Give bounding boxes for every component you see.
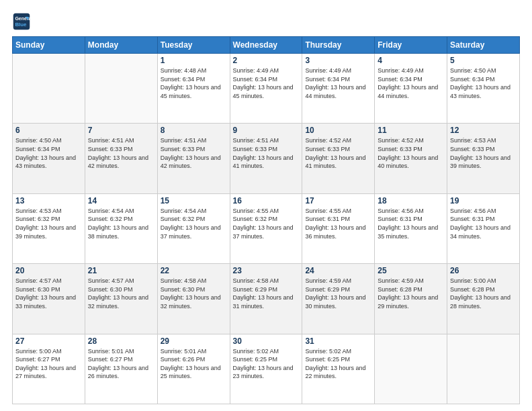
calendar-cell: 1Sunrise: 4:48 AM Sunset: 6:34 PM Daylig…: [157, 54, 230, 124]
day-info: Sunrise: 4:54 AM Sunset: 6:32 PM Dayligh…: [161, 207, 227, 240]
day-number: 28: [88, 336, 154, 346]
week-row-1: 1Sunrise: 4:48 AM Sunset: 6:34 PM Daylig…: [13, 54, 520, 124]
calendar-cell: 16Sunrise: 4:55 AM Sunset: 6:32 PM Dayli…: [230, 193, 302, 263]
calendar-cell: [85, 54, 157, 124]
calendar-cell: 8Sunrise: 4:51 AM Sunset: 6:33 PM Daylig…: [157, 124, 230, 193]
day-number: 20: [15, 266, 82, 275]
weekday-header-row: SundayMondayTuesdayWednesdayThursdayFrid…: [13, 37, 520, 54]
page: General Blue SundayMondayTuesdayWednesda…: [0, 0, 532, 411]
day-info: Sunrise: 4:57 AM Sunset: 6:30 PM Dayligh…: [88, 277, 154, 310]
day-number: 10: [305, 126, 371, 135]
day-info: Sunrise: 4:57 AM Sunset: 6:30 PM Dayligh…: [15, 277, 82, 310]
calendar-cell: 7Sunrise: 4:51 AM Sunset: 6:33 PM Daylig…: [85, 124, 157, 193]
week-row-2: 6Sunrise: 4:50 AM Sunset: 6:34 PM Daylig…: [13, 124, 520, 193]
logo-icon: General Blue: [12, 12, 31, 31]
day-number: 18: [378, 196, 444, 205]
day-number: 25: [378, 266, 444, 275]
calendar-table: SundayMondayTuesdayWednesdayThursdayFrid…: [12, 36, 520, 404]
day-info: Sunrise: 4:49 AM Sunset: 6:34 PM Dayligh…: [305, 66, 371, 100]
calendar-cell: 22Sunrise: 4:58 AM Sunset: 6:30 PM Dayli…: [157, 264, 230, 334]
weekday-header-thursday: Thursday: [302, 37, 375, 54]
day-info: Sunrise: 4:49 AM Sunset: 6:34 PM Dayligh…: [233, 66, 300, 100]
day-number: 2: [233, 56, 300, 65]
day-info: Sunrise: 4:55 AM Sunset: 6:31 PM Dayligh…: [305, 207, 371, 240]
calendar-cell: 20Sunrise: 4:57 AM Sunset: 6:30 PM Dayli…: [13, 264, 85, 334]
calendar-cell: [13, 54, 85, 124]
day-info: Sunrise: 4:58 AM Sunset: 6:29 PM Dayligh…: [233, 277, 300, 310]
calendar-cell: 26Sunrise: 5:00 AM Sunset: 6:28 PM Dayli…: [447, 264, 520, 334]
logo: General Blue: [12, 12, 34, 31]
calendar-cell: [375, 334, 447, 404]
day-info: Sunrise: 4:56 AM Sunset: 6:31 PM Dayligh…: [450, 207, 517, 240]
calendar-cell: [447, 334, 520, 404]
day-number: 3: [305, 56, 371, 65]
day-info: Sunrise: 4:53 AM Sunset: 6:33 PM Dayligh…: [450, 136, 517, 170]
calendar-cell: 21Sunrise: 4:57 AM Sunset: 6:30 PM Dayli…: [85, 264, 157, 334]
day-info: Sunrise: 4:52 AM Sunset: 6:33 PM Dayligh…: [378, 136, 444, 170]
day-number: 16: [233, 196, 300, 205]
day-info: Sunrise: 4:54 AM Sunset: 6:32 PM Dayligh…: [88, 207, 154, 240]
day-number: 23: [233, 266, 300, 275]
day-number: 13: [15, 196, 82, 205]
weekday-header-sunday: Sunday: [13, 37, 85, 54]
day-info: Sunrise: 4:50 AM Sunset: 6:34 PM Dayligh…: [450, 66, 517, 100]
calendar-cell: 14Sunrise: 4:54 AM Sunset: 6:32 PM Dayli…: [85, 193, 157, 263]
calendar-cell: 17Sunrise: 4:55 AM Sunset: 6:31 PM Dayli…: [302, 193, 375, 263]
day-number: 6: [15, 126, 82, 135]
week-row-3: 13Sunrise: 4:53 AM Sunset: 6:32 PM Dayli…: [13, 193, 520, 263]
day-number: 7: [88, 126, 154, 135]
day-info: Sunrise: 4:52 AM Sunset: 6:33 PM Dayligh…: [305, 136, 371, 170]
day-number: 19: [450, 196, 517, 205]
day-info: Sunrise: 4:59 AM Sunset: 6:29 PM Dayligh…: [305, 277, 371, 310]
day-info: Sunrise: 4:49 AM Sunset: 6:34 PM Dayligh…: [378, 66, 444, 100]
day-info: Sunrise: 5:01 AM Sunset: 6:26 PM Dayligh…: [161, 347, 227, 381]
calendar-cell: 9Sunrise: 4:51 AM Sunset: 6:33 PM Daylig…: [230, 124, 302, 193]
weekday-header-tuesday: Tuesday: [157, 37, 230, 54]
day-number: 9: [233, 126, 300, 135]
calendar-cell: 5Sunrise: 4:50 AM Sunset: 6:34 PM Daylig…: [447, 54, 520, 124]
calendar-cell: 19Sunrise: 4:56 AM Sunset: 6:31 PM Dayli…: [447, 193, 520, 263]
calendar-cell: 18Sunrise: 4:56 AM Sunset: 6:31 PM Dayli…: [375, 193, 447, 263]
calendar-cell: 29Sunrise: 5:01 AM Sunset: 6:26 PM Dayli…: [157, 334, 230, 404]
day-number: 29: [161, 336, 227, 346]
day-info: Sunrise: 5:01 AM Sunset: 6:27 PM Dayligh…: [88, 347, 154, 381]
day-info: Sunrise: 5:00 AM Sunset: 6:28 PM Dayligh…: [450, 277, 517, 310]
calendar-cell: 25Sunrise: 4:59 AM Sunset: 6:28 PM Dayli…: [375, 264, 447, 334]
calendar-cell: 13Sunrise: 4:53 AM Sunset: 6:32 PM Dayli…: [13, 193, 85, 263]
calendar-cell: 24Sunrise: 4:59 AM Sunset: 6:29 PM Dayli…: [302, 264, 375, 334]
svg-text:Blue: Blue: [15, 21, 27, 28]
weekday-header-friday: Friday: [375, 37, 447, 54]
calendar-cell: 3Sunrise: 4:49 AM Sunset: 6:34 PM Daylig…: [302, 54, 375, 124]
calendar-cell: 27Sunrise: 5:00 AM Sunset: 6:27 PM Dayli…: [13, 334, 85, 404]
calendar-cell: 31Sunrise: 5:02 AM Sunset: 6:25 PM Dayli…: [302, 334, 375, 404]
day-number: 27: [15, 336, 82, 346]
day-info: Sunrise: 4:53 AM Sunset: 6:32 PM Dayligh…: [15, 207, 82, 240]
calendar-cell: 10Sunrise: 4:52 AM Sunset: 6:33 PM Dayli…: [302, 124, 375, 193]
day-number: 12: [450, 126, 517, 135]
day-number: 21: [88, 266, 154, 275]
day-number: 22: [161, 266, 227, 275]
calendar-cell: 15Sunrise: 4:54 AM Sunset: 6:32 PM Dayli…: [157, 193, 230, 263]
day-info: Sunrise: 4:59 AM Sunset: 6:28 PM Dayligh…: [378, 277, 444, 310]
day-number: 15: [161, 196, 227, 205]
weekday-header-monday: Monday: [85, 37, 157, 54]
calendar-cell: 28Sunrise: 5:01 AM Sunset: 6:27 PM Dayli…: [85, 334, 157, 404]
day-number: 8: [161, 126, 227, 135]
day-info: Sunrise: 4:55 AM Sunset: 6:32 PM Dayligh…: [233, 207, 300, 240]
day-number: 11: [378, 126, 444, 135]
day-info: Sunrise: 4:50 AM Sunset: 6:34 PM Dayligh…: [15, 136, 82, 170]
day-number: 26: [450, 266, 517, 275]
day-number: 17: [305, 196, 371, 205]
day-info: Sunrise: 5:00 AM Sunset: 6:27 PM Dayligh…: [15, 347, 82, 381]
calendar-cell: 6Sunrise: 4:50 AM Sunset: 6:34 PM Daylig…: [13, 124, 85, 193]
header: General Blue: [12, 12, 520, 31]
day-number: 1: [161, 56, 227, 65]
calendar-cell: 4Sunrise: 4:49 AM Sunset: 6:34 PM Daylig…: [375, 54, 447, 124]
day-info: Sunrise: 5:02 AM Sunset: 6:25 PM Dayligh…: [305, 347, 371, 381]
day-info: Sunrise: 4:51 AM Sunset: 6:33 PM Dayligh…: [161, 136, 227, 170]
day-number: 31: [305, 336, 371, 346]
day-number: 14: [88, 196, 154, 205]
day-info: Sunrise: 4:56 AM Sunset: 6:31 PM Dayligh…: [378, 207, 444, 240]
day-number: 24: [305, 266, 371, 275]
day-number: 4: [378, 56, 444, 65]
